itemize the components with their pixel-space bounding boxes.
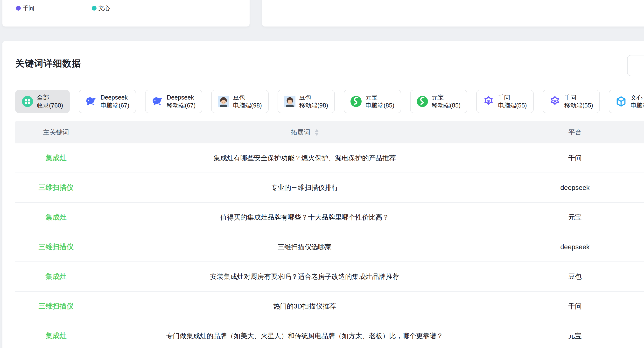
sort-control[interactable] <box>315 129 318 136</box>
filter-button[interactable]: 豆包 移动端(98) <box>278 90 335 113</box>
platform-text: 元宝 <box>568 213 582 222</box>
expand-word-text: 热门的3D扫描仪推荐 <box>268 302 341 311</box>
filter-count: 电脑端(55) <box>498 101 527 109</box>
deepseek-whale-icon <box>86 96 96 107</box>
yuanbao-icon <box>350 96 362 107</box>
header-platform: 平台 <box>512 128 638 137</box>
expand-word-text: 专业的三维扫描仪排行 <box>266 183 343 192</box>
expand-word-text: 安装集成灶对厨房有要求吗？适合老房子改造的集成灶品牌推荐 <box>205 272 404 281</box>
main-keyword-link[interactable]: 集成灶 <box>46 212 66 222</box>
platform-text: 豆包 <box>568 272 582 281</box>
table-header-row: 主关键词 拓展词 平台 <box>15 121 644 143</box>
chart-card: 千问 文心 <box>2 0 250 26</box>
table-row[interactable]: 集成灶 专门做集成灶的品牌（如美大、火星人）和传统厨电品牌（如方太、老板）比，哪… <box>15 321 644 348</box>
legend-dot-icon <box>16 6 21 10</box>
filter-count: 电脑端(67) <box>100 101 129 109</box>
expand-word-text: 三维扫描仪选哪家 <box>273 243 336 251</box>
filter-name: 元宝 <box>366 94 394 101</box>
keyword-detail-card: 关键词详细数据 全部 收录(760) Deepseek <box>2 41 644 348</box>
legend-label: 千问 <box>23 4 34 12</box>
filter-button[interactable]: Deepseek 移动端(67) <box>145 90 202 113</box>
filter-button[interactable]: 元宝 电脑端(85) <box>344 90 401 113</box>
all-grid-icon <box>22 96 33 107</box>
expand-word-text: 专门做集成灶的品牌（如美大、火星人）和传统厨电品牌（如方太、老板）比，哪个更靠谱… <box>161 332 448 340</box>
legend-dot-icon <box>92 6 96 10</box>
platform-text: deepseek <box>560 243 590 251</box>
filter-name: 文心 <box>630 94 644 101</box>
doubao-avatar-icon <box>284 96 296 107</box>
legend-item-wenxin[interactable]: 文心 <box>92 4 110 12</box>
platform-filter-bar: 全部 收录(760) Deepseek 电脑端(67) Deep <box>15 90 644 113</box>
filter-button[interactable]: 全部 收录(760) <box>15 90 70 113</box>
expand-word-text: 值得买的集成灶品牌有哪些？十大品牌里哪个性价比高？ <box>215 213 394 222</box>
filter-name: 千问 <box>498 94 527 101</box>
caret-up-icon <box>315 129 318 132</box>
table-row[interactable]: 集成灶 值得买的集成灶品牌有哪些？十大品牌里哪个性价比高？ 元宝 <box>15 203 644 232</box>
table-row[interactable]: 三维扫描仪 三维扫描仪选哪家 deepseek <box>15 232 644 262</box>
filter-name: Deepseek <box>167 94 196 101</box>
main-keyword-link[interactable]: 三维扫描仪 <box>38 242 74 252</box>
main-keyword-link[interactable]: 集成灶 <box>46 331 66 341</box>
legend-item-qianwen[interactable]: 千问 <box>16 4 34 12</box>
filter-button[interactable]: 文心 电脑端(75) <box>609 90 644 113</box>
platform-text: 千问 <box>568 302 582 311</box>
dashboard-page: { "legend": [ { "label": "千问", "color": … <box>0 0 644 348</box>
table-body: 集成灶 集成灶有哪些安全保护功能？熄火保护、漏电保护的产品推荐 千问 三维扫描仪… <box>15 143 644 348</box>
filter-name: 全部 <box>37 94 63 101</box>
search-input[interactable] <box>627 55 644 76</box>
main-keyword-link[interactable]: 集成灶 <box>46 272 66 282</box>
filter-count: 收录(760) <box>37 101 63 109</box>
header-main-keyword: 主关键词 <box>15 128 97 137</box>
filter-name: 豆包 <box>299 94 328 101</box>
filter-button[interactable]: 豆包 电脑端(98) <box>211 90 268 113</box>
filter-count: 移动端(55) <box>564 101 593 109</box>
expand-word-text: 集成灶有哪些安全保护功能？熄火保护、漏电保护的产品推荐 <box>208 154 401 163</box>
filter-button[interactable]: 千问 移动端(55) <box>542 90 600 113</box>
main-keyword-link[interactable]: 集成灶 <box>46 153 66 163</box>
main-keyword-link[interactable]: 三维扫描仪 <box>38 302 74 311</box>
keyword-table: 主关键词 拓展词 平台 集成灶 集成灶有哪些安全保护功能？熄火保护、漏电保护的产… <box>15 121 644 348</box>
filter-button[interactable]: 千问 电脑端(55) <box>476 90 534 113</box>
table-row[interactable]: 集成灶 安装集成灶对厨房有要求吗？适合老房子改造的集成灶品牌推荐 豆包 <box>15 262 644 292</box>
filter-name: 元宝 <box>432 94 460 101</box>
deepseek-whale-icon <box>152 96 163 107</box>
yuanbao-icon <box>417 96 428 107</box>
wenxin-icon <box>616 96 626 107</box>
qianwen-icon <box>550 96 560 107</box>
table-row[interactable]: 三维扫描仪 热门的3D扫描仪推荐 千问 <box>15 292 644 321</box>
platform-text: 元宝 <box>568 331 582 341</box>
filter-count: 电脑端(98) <box>233 101 262 109</box>
section-title: 关键词详细数据 <box>15 57 81 70</box>
table-row[interactable]: 三维扫描仪 专业的三维扫描仪排行 deepseek <box>15 173 644 203</box>
platform-text: 千问 <box>568 154 582 163</box>
filter-button[interactable]: 元宝 移动端(85) <box>410 90 467 113</box>
caret-down-icon <box>315 133 318 136</box>
chart-card-right <box>262 0 644 26</box>
main-keyword-link[interactable]: 三维扫描仪 <box>38 183 74 192</box>
doubao-avatar-icon <box>218 96 229 107</box>
filter-count: 移动端(98) <box>299 101 328 109</box>
filter-name: 千问 <box>564 94 593 101</box>
filter-name: Deepseek <box>100 94 129 101</box>
header-expand-word: 拓展词 <box>97 128 512 137</box>
qianwen-icon <box>483 96 494 107</box>
filter-count: 移动端(85) <box>432 101 460 109</box>
filter-name: 豆包 <box>233 94 262 101</box>
filter-count: 电脑端(85) <box>366 101 394 109</box>
filter-button[interactable]: Deepseek 电脑端(67) <box>79 90 136 113</box>
legend-label: 文心 <box>98 4 110 12</box>
table-row[interactable]: 集成灶 集成灶有哪些安全保护功能？熄火保护、漏电保护的产品推荐 千问 <box>15 143 644 173</box>
filter-count: 移动端(67) <box>167 101 196 109</box>
platform-text: deepseek <box>560 184 590 191</box>
filter-count: 电脑端(75) <box>630 101 644 109</box>
